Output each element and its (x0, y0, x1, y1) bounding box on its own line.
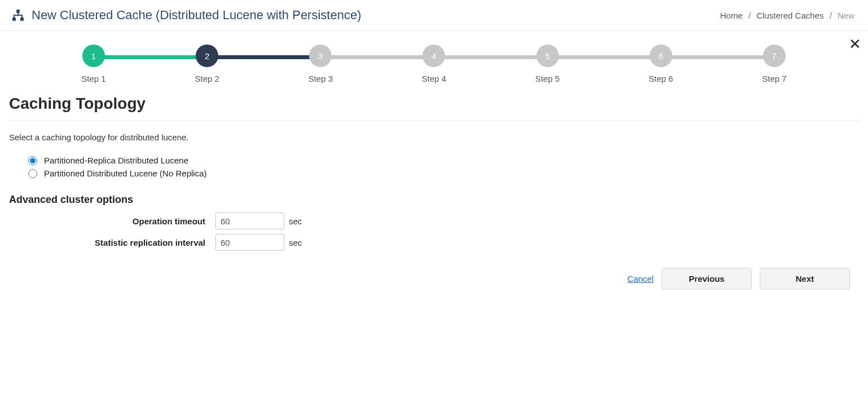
cancel-link[interactable]: Cancel (627, 274, 654, 283)
step-label: Step 7 (762, 74, 786, 83)
field-unit: sec (289, 238, 302, 247)
section-divider (9, 121, 859, 121)
next-button[interactable]: Next (760, 268, 850, 290)
breadcrumb-home[interactable]: Home (720, 11, 743, 20)
field-label: Statistic replication interval (9, 238, 215, 247)
statistic-replication-interval-input[interactable] (215, 234, 284, 251)
step-circle: 5 (536, 45, 559, 67)
step-circle: 1 (82, 45, 105, 67)
operation-timeout-input[interactable] (215, 212, 284, 229)
topology-option: Partitioned Distributed Lucene (No Repli… (28, 169, 859, 178)
advanced-heading: Advanced cluster options (9, 194, 859, 206)
step-label: Step 3 (309, 74, 333, 83)
step-label: Step 1 (81, 74, 105, 83)
svg-rect-1 (12, 17, 16, 21)
wizard-content: ✕ 1Step 12Step 23Step 34Step 45Step 56St… (0, 31, 868, 302)
section-description: Select a caching topology for distribute… (9, 132, 859, 142)
advanced-field-row: Operation timeoutsec (9, 212, 859, 229)
step-label: Step 5 (535, 74, 559, 83)
topology-radio-label[interactable]: Partitioned-Replica Distributed Lucene (44, 156, 188, 165)
wizard-footer: Cancel Previous Next (9, 255, 859, 302)
step-label: Step 2 (195, 74, 219, 83)
advanced-field-row: Statistic replication intervalsec (9, 234, 859, 251)
step-2[interactable]: 2Step 2 (196, 45, 218, 83)
breadcrumb: Home / Clustered Caches / New (720, 11, 854, 20)
step-6[interactable]: 6Step 6 (650, 45, 672, 83)
svg-rect-2 (20, 17, 24, 21)
step-label: Step 4 (422, 74, 446, 83)
step-4[interactable]: 4Step 4 (422, 45, 445, 83)
step-5[interactable]: 5Step 5 (536, 45, 559, 83)
cluster-icon (11, 8, 25, 22)
header-left: New Clustered Cache (Distributed Lucene … (11, 8, 361, 23)
topology-option: Partitioned-Replica Distributed Lucene (28, 156, 859, 165)
breadcrumb-sep: / (830, 11, 832, 20)
field-unit: sec (289, 216, 302, 226)
svg-rect-0 (16, 10, 20, 13)
advanced-fields: Operation timeoutsecStatistic replicatio… (9, 212, 859, 251)
close-icon[interactable]: ✕ (849, 37, 861, 51)
stepper-row: 1Step 12Step 23Step 34Step 45Step 56Step… (82, 45, 786, 83)
topology-radio[interactable] (28, 169, 37, 178)
page-header: New Clustered Cache (Distributed Lucene … (0, 0, 868, 31)
previous-button[interactable]: Previous (662, 268, 752, 290)
breadcrumb-current: New (838, 11, 854, 20)
topology-radio[interactable] (28, 156, 37, 165)
wizard-stepper: 1Step 12Step 23Step 34Step 45Step 56Step… (82, 45, 786, 83)
step-label: Step 6 (649, 74, 673, 83)
field-label: Operation timeout (9, 216, 215, 226)
step-circle: 2 (196, 45, 218, 67)
step-circle: 4 (422, 45, 445, 67)
step-circle: 7 (763, 45, 786, 67)
breadcrumb-sep: / (748, 11, 751, 20)
page-title: New Clustered Cache (Distributed Lucene … (32, 8, 361, 23)
step-7[interactable]: 7Step 7 (763, 45, 786, 83)
breadcrumb-clustered-caches[interactable]: Clustered Caches (756, 11, 823, 20)
topology-radio-label[interactable]: Partitioned Distributed Lucene (No Repli… (44, 169, 206, 178)
step-circle: 3 (309, 45, 332, 67)
step-3[interactable]: 3Step 3 (309, 45, 332, 83)
step-1[interactable]: 1Step 1 (82, 45, 105, 83)
topology-radio-group: Partitioned-Replica Distributed LucenePa… (28, 156, 859, 178)
section-title: Caching Topology (9, 95, 859, 113)
step-circle: 6 (650, 45, 672, 67)
